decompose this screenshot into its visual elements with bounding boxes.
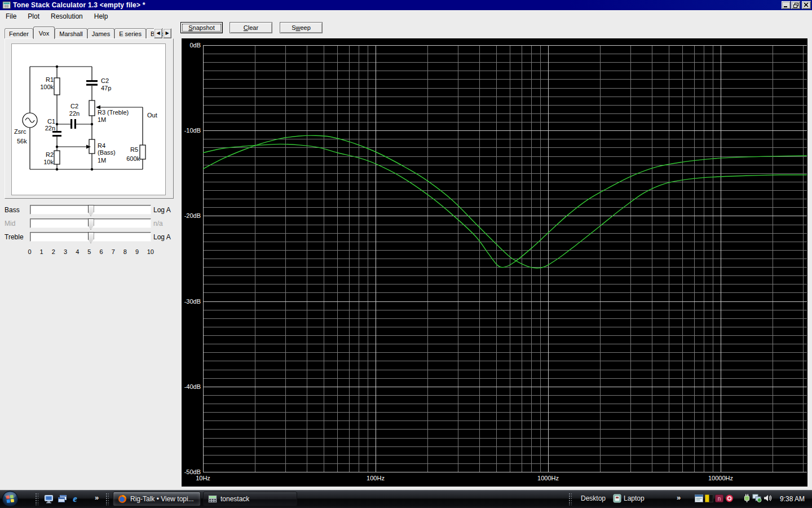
internet-explorer-icon[interactable]: e <box>69 492 81 506</box>
label-r3-value: 1M <box>98 116 106 123</box>
window-switcher-icon[interactable] <box>56 492 69 506</box>
label-r5-value: 600k <box>126 155 140 162</box>
menu-item-file[interactable]: File <box>0 11 22 22</box>
slider-row-treble: TrebleLog A <box>0 232 175 243</box>
tone-stack-tabstrip: FenderVoxMarshallJamesE seriesBenc◀▶ <box>5 27 174 39</box>
remote-window-icon[interactable] <box>695 494 703 502</box>
label-r3: R3 (Treble) <box>98 109 129 116</box>
power-plug-icon[interactable] <box>743 494 751 502</box>
menu-bar: FilePlotResolutionHelp <box>0 10 812 23</box>
network-icon[interactable] <box>752 494 762 502</box>
tab-scroll-left[interactable]: ◀ <box>154 28 162 38</box>
slider-scale: 012345678910 <box>28 248 154 255</box>
menu-item-help[interactable]: Help <box>89 11 114 22</box>
scale-tick-0: 0 <box>28 248 32 255</box>
resistor-r1 <box>54 78 60 95</box>
laptop-toolbar-icon[interactable] <box>612 493 623 503</box>
slider-label-mid: Mid <box>5 220 15 227</box>
label-out: Out <box>147 112 157 119</box>
slider-track-bass[interactable] <box>30 205 151 214</box>
x-axis-label: 100Hz <box>367 475 385 481</box>
toolbar-grip[interactable] <box>35 493 38 505</box>
slider-taper-label-mid: n/a <box>153 220 163 227</box>
taskbar-clock[interactable]: 9:38 AM <box>776 495 809 503</box>
task-button-label: Rig-Talk • View topi... <box>130 495 194 503</box>
label-zsrc: Zsrc <box>14 128 27 135</box>
slider-taper-label-bass: Log A <box>153 206 171 214</box>
label-r4-value: 1M <box>98 157 106 164</box>
label-r4-paren: (Bass) <box>98 149 116 156</box>
vox-tab-panel: R1 100k C2 47p C2 22n C1 22n Zsrc 56k R2… <box>5 38 174 199</box>
svg-text:n: n <box>718 495 721 501</box>
slider-track-treble[interactable] <box>30 232 151 242</box>
start-button[interactable] <box>2 491 19 507</box>
task-button-tonestack[interactable]: tonestack <box>203 492 297 506</box>
slider-thumb-mid[interactable] <box>88 218 94 230</box>
label-c1-value: 22n <box>45 125 55 132</box>
title-bar[interactable]: Tone Stack Calculator 1.3 <empty file> * <box>0 0 812 10</box>
label-r2-value: 10k <box>43 159 54 165</box>
snapshot-button[interactable]: Snapshot <box>180 22 223 33</box>
scale-tick-1: 1 <box>39 248 43 255</box>
label-c2-top: C2 <box>101 77 109 84</box>
toolbar-grip[interactable] <box>568 493 572 505</box>
red-app-icon[interactable] <box>725 494 734 502</box>
maroon-app-icon[interactable]: n <box>715 494 723 502</box>
frequency-response-plot: 0dB-10dB-20dB-30dB-40dB-50dB10Hz100Hz100… <box>182 38 807 487</box>
volume-icon[interactable] <box>764 494 772 502</box>
label-c2-top-value: 47p <box>101 85 111 91</box>
laptop-toolbar-label[interactable]: Laptop <box>624 494 645 502</box>
scale-tick-8: 8 <box>123 248 127 255</box>
desktop-toolbar-label[interactable]: Desktop <box>581 494 606 502</box>
scale-tick-5: 5 <box>87 248 91 255</box>
label-r2: R2 <box>46 151 54 158</box>
label-zsrc-value: 56k <box>17 138 27 144</box>
label-r1: R1 <box>46 76 54 83</box>
close-icon[interactable] <box>802 1 811 9</box>
y-axis-label: -10dB <box>184 127 201 134</box>
restore-button[interactable] <box>791 1 800 9</box>
sweep-button[interactable]: Sweep <box>280 22 323 33</box>
tab-marshall[interactable]: Marshall <box>55 28 87 39</box>
tab-vox[interactable]: Vox <box>33 27 55 39</box>
x-axis-label: 10Hz <box>196 475 210 481</box>
slider-row-bass: BassLog A <box>0 205 175 216</box>
label-c2-mid: C2 <box>70 103 78 110</box>
tone-stack-calculator-window: Tone Stack Calculator 1.3 <empty file> *… <box>0 0 812 490</box>
scale-tick-10: 10 <box>147 248 154 255</box>
show-desktop-icon[interactable] <box>43 492 55 506</box>
quick-launch-overflow-chevron[interactable]: » <box>95 493 99 502</box>
slider-thumb-treble[interactable] <box>88 232 94 243</box>
slider-thumb-bass[interactable] <box>88 205 94 216</box>
toolbar-overflow-chevron[interactable]: » <box>677 493 681 502</box>
resistor-r5 <box>140 145 145 159</box>
tab-james[interactable]: James <box>87 28 114 39</box>
capacitor-c2-47p <box>86 80 98 82</box>
window-title: Tone Stack Calculator 1.3 <empty file> * <box>13 1 145 9</box>
minimize-button[interactable] <box>782 1 791 9</box>
label-r1-value: 100k <box>40 84 54 90</box>
y-axis-label: -20dB <box>184 212 201 219</box>
capacitor-c2-22n <box>70 119 72 129</box>
tonestack-icon <box>208 495 217 503</box>
tab-fender[interactable]: Fender <box>5 28 33 39</box>
circuit-diagram: R1 100k C2 47p C2 22n C1 22n Zsrc 56k R2… <box>11 43 166 195</box>
scale-tick-6: 6 <box>99 248 103 255</box>
toolbar-grip[interactable] <box>105 493 109 505</box>
task-button-rigtalk[interactable]: Rig-Talk • View topi... <box>113 492 201 506</box>
label-c1: C1 <box>47 118 55 125</box>
slider-track-mid[interactable] <box>30 218 151 228</box>
menu-item-resolution[interactable]: Resolution <box>45 11 89 22</box>
clear-button[interactable]: Clear <box>230 22 272 33</box>
window-controls <box>781 1 811 9</box>
desktop-screen: Tone Stack Calculator 1.3 <empty file> *… <box>0 0 812 508</box>
tab-scroll-right[interactable]: ▶ <box>163 28 171 38</box>
resistor-r2 <box>54 151 60 164</box>
x-axis-label: 1000Hz <box>537 475 559 481</box>
menu-item-plot[interactable]: Plot <box>22 11 45 22</box>
scale-tick-2: 2 <box>51 248 55 255</box>
tab-e-series[interactable]: E series <box>114 28 146 39</box>
y-axis-label: 0dB <box>189 42 201 49</box>
display-color-icon[interactable] <box>705 494 713 502</box>
label-r5: R5 <box>130 146 138 153</box>
